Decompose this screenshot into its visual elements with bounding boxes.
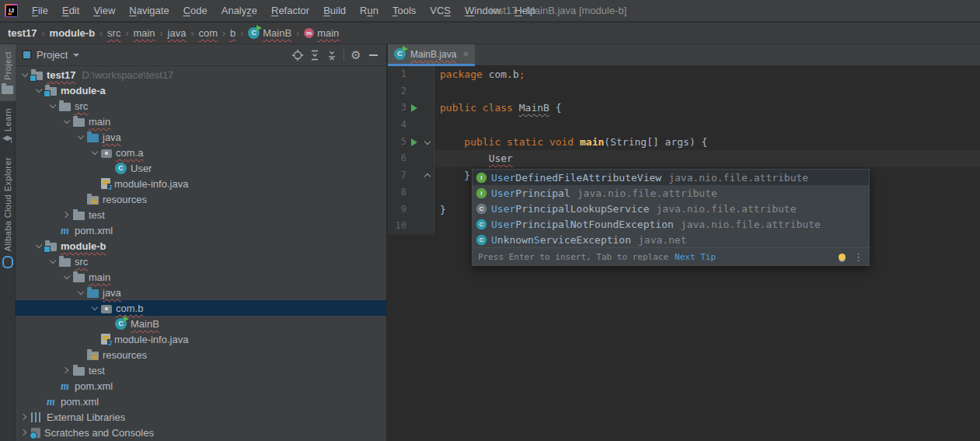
menu-view[interactable]: View (86, 0, 122, 22)
tree-chevron-icon[interactable] (61, 364, 73, 376)
tree-item-pom-xml[interactable]: mpom.xml (16, 222, 386, 238)
tree-item-src[interactable]: src (16, 254, 386, 269)
tree-chevron-icon[interactable] (19, 411, 31, 423)
gutter[interactable]: 9 (388, 201, 434, 219)
tree-chevron-icon[interactable] (75, 286, 87, 299)
gutter[interactable]: 5 (388, 134, 434, 151)
gutter[interactable]: 1 (388, 66, 434, 83)
menu-file[interactable]: File (25, 0, 55, 22)
tree-chevron-icon[interactable] (61, 271, 73, 283)
kebab-menu-icon[interactable]: ⋮ (853, 251, 863, 263)
expand-all-icon[interactable] (306, 47, 323, 64)
menu-code[interactable]: Code (176, 0, 214, 22)
lightbulb-icon[interactable] (839, 254, 846, 261)
completion-item[interactable]: CUserPrincipalNotFoundExceptionjava.nio.… (473, 216, 869, 232)
breadcrumb-item-test17[interactable]: test17 (8, 27, 37, 39)
tree-chevron-icon[interactable] (47, 100, 59, 112)
tree-chevron-icon[interactable] (89, 146, 101, 159)
tree-item-test[interactable]: test (16, 362, 386, 378)
hide-panel-icon[interactable] (364, 47, 382, 64)
tree-item-module-info-java[interactable]: module-info.java (16, 176, 386, 191)
tree-item-java[interactable]: java (16, 285, 386, 300)
tree-item-main[interactable]: main (16, 114, 386, 129)
breadcrumb-item-b[interactable]: b (230, 27, 235, 39)
menu-edit[interactable]: Edit (55, 0, 86, 22)
tool-window-tab-project[interactable]: Project (0, 44, 16, 101)
breadcrumb-item-src[interactable]: src (107, 27, 120, 39)
close-icon[interactable]: × (462, 48, 469, 60)
line-number[interactable]: 2 (388, 83, 408, 100)
breadcrumb-item-mainb[interactable]: CMainB (248, 27, 291, 39)
tree-item-module-a[interactable]: module-a (16, 82, 386, 98)
gutter[interactable]: 3 (388, 100, 434, 117)
tree-chevron-icon[interactable] (75, 131, 87, 143)
completion-item[interactable]: CUserPrincipalLookupServicejava.nio.file… (473, 201, 869, 216)
gutter[interactable]: 10 (388, 218, 434, 235)
editor-tab-mainb-java[interactable]: CMainB.java× (388, 44, 475, 66)
menu-navigate[interactable]: Navigate (122, 0, 176, 22)
chevron-down-icon[interactable] (73, 54, 79, 57)
editor-body[interactable]: 1package com.b;23public class MainB {45 … (388, 66, 980, 441)
collapse-all-icon[interactable] (323, 47, 340, 64)
tree-item-test17[interactable]: test17D:\workspace\test17 (16, 67, 386, 82)
menu-build[interactable]: Build (316, 0, 353, 22)
tree-item-com-b[interactable]: com.b (16, 300, 386, 316)
gutter[interactable]: 6 (388, 150, 434, 167)
line-number[interactable]: 1 (388, 66, 408, 83)
breadcrumb-item-module-b[interactable]: module-b (50, 27, 96, 39)
line-number[interactable]: 8 (388, 184, 408, 201)
completion-item[interactable]: IUserDefinedFileAttributeViewjava.nio.fi… (473, 170, 869, 185)
tree-item-user[interactable]: CUser (16, 160, 386, 176)
tree-item-test[interactable]: test (16, 207, 386, 222)
completion-item[interactable]: IUserPrincipaljava.nio.file.attribute (473, 185, 869, 201)
tree-chevron-icon[interactable] (47, 255, 59, 268)
gutter[interactable]: 4 (388, 117, 434, 134)
tree-item-pom-xml[interactable]: mpom.xml (16, 394, 386, 409)
tree-item-scratches-and-consoles[interactable]: Scratches and Consoles (16, 425, 386, 440)
tree-item-module-info-java[interactable]: module-info.java (16, 331, 386, 347)
project-panel-title[interactable]: Project (37, 49, 68, 61)
settings-gear-icon[interactable] (347, 47, 364, 64)
breadcrumb-item-main[interactable]: mmain (304, 27, 339, 39)
completion-item[interactable]: CUnknownServiceExceptionjava.net (473, 232, 869, 247)
fold-marker-icon[interactable] (424, 138, 431, 145)
line-number[interactable]: 3 (388, 100, 408, 117)
tree-item-com-a[interactable]: com.a (16, 145, 386, 160)
tree-item-src[interactable]: src (16, 98, 386, 114)
line-number[interactable]: 5 (388, 134, 408, 151)
next-tip-link[interactable]: Next Tip (675, 252, 716, 262)
line-number[interactable]: 10 (388, 218, 408, 235)
run-icon[interactable] (411, 138, 417, 146)
tree-item-pom-xml[interactable]: mpom.xml (16, 378, 386, 394)
tree-item-resources[interactable]: resources (16, 191, 386, 207)
tree-chevron-icon[interactable] (61, 208, 73, 221)
breadcrumb-item-main[interactable]: main (133, 27, 155, 39)
line-number[interactable]: 7 (388, 167, 408, 184)
breadcrumb-item-com[interactable]: com (198, 27, 218, 39)
run-icon[interactable] (411, 104, 417, 112)
menu-vcs[interactable]: VCS (423, 0, 458, 22)
gutter[interactable]: 8 (388, 184, 434, 201)
menu-tools[interactable]: Tools (385, 0, 423, 22)
menu-refactor[interactable]: Refactor (264, 0, 316, 22)
gutter[interactable]: 2 (388, 83, 434, 100)
tree-item-resources[interactable]: resources (16, 347, 386, 362)
line-number[interactable]: 9 (388, 201, 408, 219)
tree-item-module-b[interactable]: module-b (16, 238, 386, 254)
tree-item-external-libraries[interactable]: External Libraries (16, 409, 386, 425)
menu-run[interactable]: Run (353, 0, 385, 22)
breadcrumb-item-java[interactable]: java (168, 27, 187, 39)
tool-window-tab-alibaba-cloud-explorer[interactable]: Alibaba Cloud Explorer (0, 150, 16, 271)
tool-window-tab-learn[interactable]: Learn (0, 101, 16, 150)
gutter[interactable]: 7 (388, 167, 434, 184)
fold-marker-icon[interactable] (424, 173, 431, 180)
tree-item-java[interactable]: java (16, 129, 386, 145)
line-number[interactable]: 6 (388, 150, 408, 167)
tree-item-mainb[interactable]: CMainB (16, 316, 386, 331)
line-number[interactable]: 4 (388, 117, 408, 134)
tree-chevron-icon[interactable] (89, 302, 101, 314)
locate-file-icon[interactable] (289, 47, 306, 64)
menu-analyze[interactable]: Analyze (214, 0, 264, 22)
tree-item-main[interactable]: main (16, 269, 386, 285)
tree-chevron-icon[interactable] (61, 115, 73, 128)
